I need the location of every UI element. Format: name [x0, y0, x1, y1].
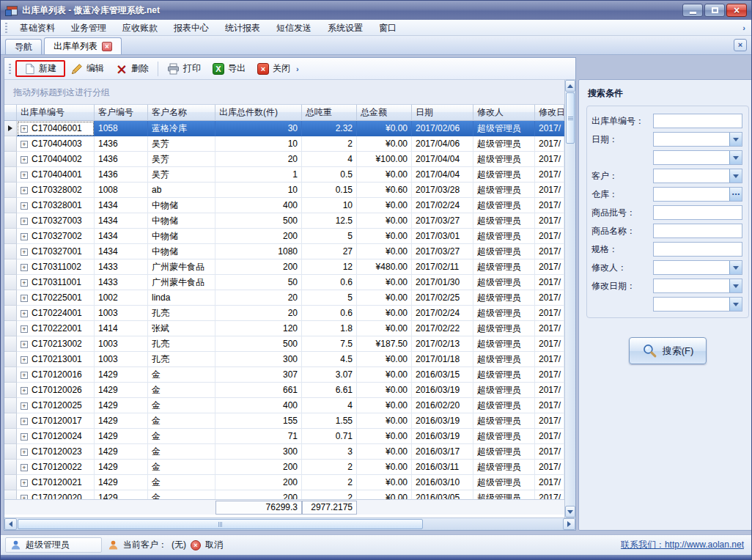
column-header-customer-name[interactable]: 客户名称 [148, 105, 215, 121]
menu-item[interactable]: 统计报表 [217, 21, 268, 35]
cell-tonnage[interactable]: 0.71 [302, 429, 357, 444]
row-header[interactable] [4, 367, 17, 383]
cell-customer-no[interactable]: 1434 [95, 244, 148, 259]
cell-modifier[interactable]: 超级管理员 [473, 213, 535, 229]
cell-order-no[interactable]: +C170406001 [17, 121, 95, 136]
expand-icon[interactable]: + [21, 418, 28, 425]
cell-date[interactable]: 2016/03/15 [412, 367, 473, 383]
cell-total-items[interactable]: 1080 [215, 244, 302, 259]
menu-item[interactable]: 业务管理 [63, 21, 114, 35]
cell-date[interactable]: 2017/04/04 [412, 152, 473, 167]
search-button[interactable]: 搜索(F) [629, 337, 707, 364]
cell-modify-date[interactable]: 2017/ [535, 290, 564, 306]
cell-amount[interactable]: ¥0.60 [357, 183, 412, 198]
table-row[interactable]: +C1701200171429金1551.55¥0.002016/03/19超级… [4, 413, 564, 429]
cell-amount[interactable]: ¥0.00 [357, 367, 412, 383]
cell-order-no[interactable]: +C170328002 [17, 183, 95, 198]
row-header[interactable] [4, 398, 17, 413]
cell-customer-name[interactable]: 广州蒙牛食品 [148, 259, 215, 275]
cell-date[interactable]: 2017/01/30 [412, 275, 473, 290]
row-header[interactable] [4, 275, 17, 290]
cell-order-no[interactable]: +C170224001 [17, 306, 95, 321]
expand-icon[interactable]: + [21, 156, 28, 163]
cell-tonnage[interactable]: 1.55 [302, 413, 357, 429]
expand-icon[interactable]: + [21, 464, 28, 471]
cell-order-no[interactable]: +C170225001 [17, 290, 95, 306]
cell-customer-name[interactable]: 孔亮 [148, 336, 215, 352]
cell-date[interactable]: 2017/01/18 [412, 352, 473, 367]
cell-total-items[interactable]: 400 [215, 198, 302, 213]
expand-icon[interactable]: + [21, 202, 28, 210]
cell-customer-no[interactable]: 1434 [95, 213, 148, 229]
column-header-modifier[interactable]: 修改人 [473, 105, 535, 121]
cell-tonnage[interactable]: 2 [302, 136, 357, 152]
horizontal-scroll-thumb[interactable] [18, 519, 423, 529]
customer-dropdown-button[interactable] [729, 169, 742, 183]
cell-total-items[interactable]: 1 [215, 167, 302, 183]
column-header-total-items[interactable]: 出库总件数(件) [215, 105, 302, 121]
cell-order-no[interactable]: +C170311002 [17, 259, 95, 275]
cell-modify-date[interactable]: 2017/ [535, 244, 564, 259]
maximize-button[interactable] [704, 4, 725, 17]
cell-modifier[interactable]: 超级管理员 [473, 290, 535, 306]
cell-customer-name[interactable]: ab [148, 183, 215, 198]
cell-modifier[interactable]: 超级管理员 [473, 383, 535, 398]
cell-tonnage[interactable]: 5 [302, 290, 357, 306]
spec-input[interactable] [653, 242, 742, 257]
cell-customer-no[interactable]: 1436 [95, 167, 148, 183]
horizontal-scrollbar[interactable] [4, 517, 575, 530]
cell-date[interactable]: 2017/02/24 [412, 306, 473, 321]
cell-date[interactable]: 2017/03/28 [412, 183, 473, 198]
cell-customer-no[interactable]: 1003 [95, 352, 148, 367]
table-row[interactable]: +C1701200231429金3003¥0.002016/03/17超级管理员… [4, 444, 564, 460]
cell-modifier[interactable]: 超级管理员 [473, 121, 535, 136]
cell-customer-name[interactable]: 金 [148, 413, 215, 429]
cell-amount[interactable]: ¥0.00 [357, 198, 412, 213]
table-row[interactable]: +C1701200241429金710.71¥0.002016/03/19超级管… [4, 429, 564, 444]
cell-order-no[interactable]: +C170120026 [17, 383, 95, 398]
cell-customer-no[interactable]: 1433 [95, 259, 148, 275]
cell-modify-date[interactable]: 2017/ [535, 167, 564, 183]
cell-amount[interactable]: ¥0.00 [357, 306, 412, 321]
modifier-dropdown-button[interactable] [729, 261, 742, 274]
expand-icon[interactable]: + [21, 264, 28, 271]
expand-icon[interactable]: + [21, 341, 28, 348]
row-header[interactable] [4, 198, 17, 213]
cell-customer-name[interactable]: 广州蒙牛食品 [148, 275, 215, 290]
cell-customer-name[interactable]: 金 [148, 475, 215, 490]
cell-modifier[interactable]: 超级管理员 [473, 152, 535, 167]
row-header[interactable] [4, 383, 17, 398]
cell-modify-date[interactable]: 2017/ [535, 259, 564, 275]
cell-modify-date[interactable]: 2017/ [535, 213, 564, 229]
cell-customer-no[interactable]: 1429 [95, 383, 148, 398]
new-button[interactable]: 新建 [15, 60, 65, 77]
row-header[interactable] [4, 321, 17, 336]
cell-date[interactable]: 2017/02/22 [412, 321, 473, 336]
table-row[interactable]: +C1703270011434中物储108027¥0.002017/03/27超… [4, 244, 564, 259]
cell-customer-no[interactable]: 1433 [95, 275, 148, 290]
cell-modifier[interactable]: 超级管理员 [473, 183, 535, 198]
cell-customer-no[interactable]: 1436 [95, 136, 148, 152]
menu-item[interactable]: 窗口 [371, 21, 405, 35]
cell-date[interactable]: 2017/03/27 [412, 244, 473, 259]
cell-modifier[interactable]: 超级管理员 [473, 275, 535, 290]
cell-order-no[interactable]: +C170404002 [17, 152, 95, 167]
cell-modify-date[interactable]: 2017/ [535, 336, 564, 352]
toolbar-overflow-chevron-icon[interactable]: › [296, 65, 299, 73]
expand-icon[interactable]: + [21, 295, 28, 302]
cell-customer-name[interactable]: 孔亮 [148, 352, 215, 367]
product-name-input[interactable] [653, 224, 742, 238]
menu-item[interactable]: 基础资料 [12, 21, 63, 35]
cell-amount[interactable]: ¥0.00 [357, 244, 412, 259]
cell-tonnage[interactable]: 10 [302, 198, 357, 213]
cell-date[interactable]: 2017/04/06 [412, 136, 473, 152]
cell-customer-no[interactable]: 1002 [95, 290, 148, 306]
cell-total-items[interactable]: 500 [215, 336, 302, 352]
cell-tonnage[interactable]: 6.61 [302, 383, 357, 398]
cell-order-no[interactable]: +C170120022 [17, 460, 95, 475]
cell-date[interactable]: 2017/03/27 [412, 213, 473, 229]
cell-modify-date[interactable]: 2017/ [535, 460, 564, 475]
cell-customer-no[interactable]: 1429 [95, 460, 148, 475]
minimize-button[interactable] [682, 4, 703, 17]
cell-order-no[interactable]: +C170120020 [17, 490, 95, 499]
